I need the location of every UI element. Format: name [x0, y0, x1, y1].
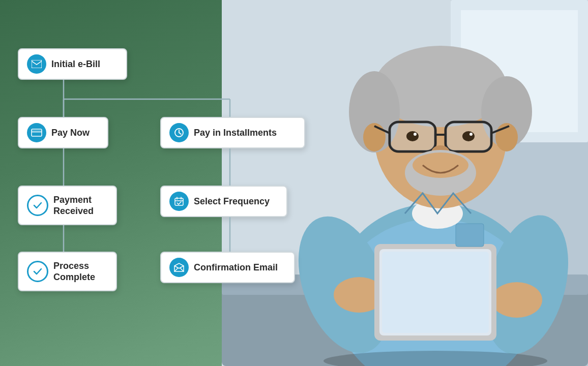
svg-rect-37 [382, 252, 489, 333]
process-complete-label: Process Complete [53, 260, 108, 283]
check-circle-icon [27, 195, 48, 216]
initial-ebill-label: Initial e-Bill [51, 59, 100, 70]
node-pay-installments: Pay in Installments [160, 117, 305, 148]
pay-now-label: Pay Now [51, 128, 90, 138]
svg-point-30 [413, 152, 468, 178]
node-process-complete: Process Complete [18, 252, 117, 291]
node-confirmation-email: Confirmation Email [160, 252, 295, 283]
payment-received-label: Payment Received [53, 194, 108, 217]
envelope-icon [27, 54, 46, 74]
confirmation-email-label: Confirmation Email [194, 262, 278, 273]
node-initial-ebill: Initial e-Bill [18, 48, 127, 80]
svg-rect-50 [32, 131, 42, 133]
node-payment-received: Payment Received [18, 186, 117, 225]
card-icon [27, 123, 46, 142]
node-select-frequency: Select Frequency [160, 186, 287, 217]
svg-rect-48 [32, 60, 42, 68]
clock-icon [169, 123, 189, 142]
envelope-open-icon [169, 258, 189, 277]
node-pay-now: Pay Now [18, 117, 108, 148]
pay-installments-label: Pay in Installments [194, 128, 277, 138]
svg-point-25 [462, 131, 475, 141]
svg-line-53 [179, 133, 181, 134]
svg-point-27 [469, 133, 473, 136]
calendar-check-icon [169, 192, 189, 211]
svg-rect-38 [456, 224, 484, 247]
svg-point-34 [491, 282, 542, 318]
svg-point-24 [406, 131, 419, 141]
select-frequency-label: Select Frequency [194, 196, 270, 207]
svg-point-15 [363, 123, 386, 151]
check-circle-2-icon [27, 261, 48, 282]
svg-point-26 [414, 133, 417, 136]
flow-diagram: Initial e-Bill Pay Now Pay in Installmen… [8, 20, 354, 346]
